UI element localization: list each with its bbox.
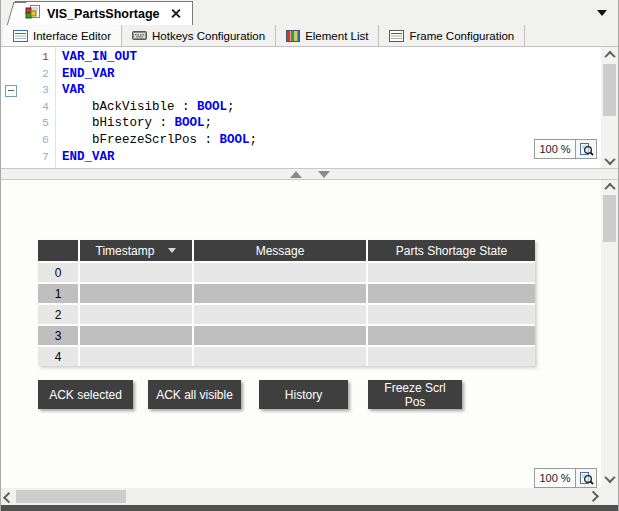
table-row[interactable]: 4 [38,347,535,366]
table-cell[interactable] [194,347,366,366]
tab-element-list[interactable]: Element List [276,25,379,46]
line-number: 2 [23,66,49,83]
editor-sub-tabs: Interface Editor Hotkeys Configuration [1,25,618,47]
table-header-parts-shortage-state[interactable]: Parts Shortage State [368,240,535,261]
table-cell[interactable] [194,284,366,303]
table-row[interactable]: 3 [38,326,535,345]
scroll-down-icon[interactable] [601,472,618,486]
table-body: 01234 [38,263,535,366]
visualization-file-icon [25,4,41,23]
viz-zoom-level[interactable]: 100 % [534,468,576,488]
table-cell[interactable] [194,263,366,282]
code-line[interactable]: 1VAR_IN_OUT [1,49,601,66]
table-row[interactable]: 1 [38,284,535,303]
table-cell[interactable] [194,326,366,345]
table-cell[interactable] [368,326,535,345]
scroll-up-icon[interactable] [601,48,618,62]
tab-label: Hotkeys Configuration [152,30,265,42]
code-fold-icon[interactable] [5,85,17,97]
row-number-cell[interactable]: 3 [38,326,78,345]
code-text: END_VAR [49,149,115,166]
scrollbar-thumb[interactable] [603,64,616,116]
scroll-left-icon[interactable] [1,488,15,505]
table-cell[interactable] [80,305,192,324]
table-header-row: Timestamp Message Parts Shortage State [38,240,535,261]
viz-horizontal-scrollbar[interactable] [1,488,601,505]
table-header-corner[interactable] [38,240,78,261]
code-lines[interactable]: 1VAR_IN_OUT2END_VAR3VAR4 bAckVisible : B… [1,49,601,165]
table-cell[interactable] [368,263,535,282]
tab-frame-configuration[interactable]: Frame Configuration [379,25,525,46]
code-text: bAckVisible : BOOL; [49,99,235,116]
code-line[interactable]: 2END_VAR [1,66,601,83]
ack-all-visible-button[interactable]: ACK all visible [148,380,241,409]
scroll-right-icon[interactable] [587,488,601,505]
scroll-down-icon[interactable] [601,154,618,168]
tab-interface-editor[interactable]: Interface Editor [3,25,122,46]
row-number-cell[interactable]: 4 [38,347,78,366]
viz-vertical-scrollbar[interactable] [601,180,618,486]
code-text: bHistory : BOOL; [49,115,212,132]
collapse-up-icon[interactable] [290,171,302,178]
document-tab-title: VIS_PartsShortage [47,7,160,21]
table-header-timestamp[interactable]: Timestamp [80,240,192,261]
table-header-message[interactable]: Message [194,240,366,261]
code-text: END_VAR [49,66,115,83]
frame-icon [389,30,404,42]
code-line[interactable]: 3VAR [1,82,601,99]
table-cell[interactable] [194,305,366,324]
form-editor-icon [13,30,28,42]
alarm-table: Timestamp Message Parts Shortage State 0… [38,240,535,366]
panel-splitter[interactable] [1,168,618,180]
code-text: VAR [49,82,85,99]
visualization-editor-window: VIS_PartsShortage Interface Editor [0,0,619,511]
row-number-cell[interactable]: 0 [38,263,78,282]
line-number: 1 [23,49,49,66]
table-cell[interactable] [368,305,535,324]
viz-magnifier-button[interactable] [576,468,597,488]
code-line[interactable]: 4 bAckVisible : BOOL; [1,99,601,116]
collapse-down-icon[interactable] [318,171,330,178]
scrollbar-corner [601,488,618,505]
code-line[interactable]: 7END_VAR [1,149,601,166]
table-cell[interactable] [368,284,535,303]
table-cell[interactable] [368,347,535,366]
document-tab-vis-partsshortage[interactable]: VIS_PartsShortage [15,1,193,25]
row-number-cell[interactable]: 2 [38,305,78,324]
table-row[interactable]: 0 [38,263,535,282]
tab-label: Element List [305,30,368,42]
line-number: 7 [23,149,49,166]
scrollbar-thumb[interactable] [603,195,616,242]
declaration-editor[interactable]: 1VAR_IN_OUT2END_VAR3VAR4 bAckVisible : B… [1,47,601,168]
editor-zoom-level[interactable]: 100 % [534,139,576,159]
table-cell[interactable] [80,347,192,366]
table-cell[interactable] [80,284,192,303]
visualization-canvas[interactable]: Timestamp Message Parts Shortage State 0… [1,180,601,488]
ack-selected-button[interactable]: ACK selected [38,380,133,409]
editor-magnifier-button[interactable] [576,139,597,159]
keyboard-icon [132,30,147,41]
row-number-cell[interactable]: 1 [38,284,78,303]
colored-table-icon [286,30,300,42]
history-button[interactable]: History [259,380,348,409]
line-number: 5 [23,115,49,132]
tab-hotkeys-configuration[interactable]: Hotkeys Configuration [122,25,276,46]
table-cell[interactable] [80,263,192,282]
code-text: VAR_IN_OUT [49,49,137,66]
document-tab-bar: VIS_PartsShortage [1,0,618,25]
editor-vertical-scrollbar[interactable] [601,48,618,168]
line-number: 3 [23,82,49,99]
tab-list-dropdown-icon[interactable] [597,10,607,16]
line-number: 4 [23,99,49,116]
code-line[interactable]: 6 bFreezeScrlPos : BOOL; [1,132,601,149]
tab-label: Frame Configuration [409,30,514,42]
line-number: 6 [23,132,49,149]
code-line[interactable]: 5 bHistory : BOOL; [1,115,601,132]
close-tab-icon[interactable] [171,9,180,18]
code-text: bFreezeScrlPos : BOOL; [49,132,257,149]
table-row[interactable]: 2 [38,305,535,324]
table-cell[interactable] [80,326,192,345]
scrollbar-thumb[interactable] [16,490,126,503]
scroll-up-icon[interactable] [601,180,618,194]
freeze-scrl-pos-button[interactable]: Freeze Scrl Pos [368,380,462,409]
